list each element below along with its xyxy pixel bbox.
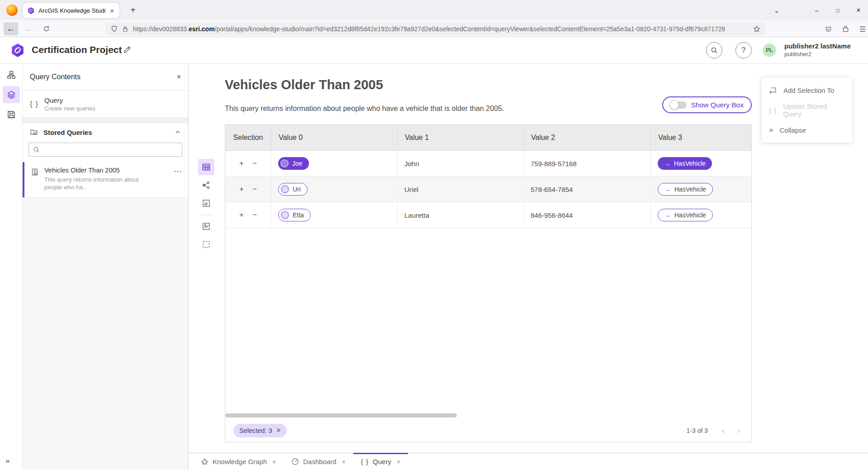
window-close-button[interactable]: × (849, 0, 868, 20)
relationship-label: HasVehicle (674, 211, 706, 219)
toggle-knob (669, 100, 679, 110)
remove-from-selection-button[interactable]: − (252, 185, 257, 194)
firefox-icon[interactable] (6, 5, 18, 16)
chart-view-icon[interactable] (198, 195, 214, 211)
stored-query-text: Vehicles Older Than 2005 This query retu… (44, 167, 149, 191)
tab-label: Dashboard (303, 458, 336, 465)
next-page-icon[interactable]: › (734, 426, 743, 436)
menu-item-update-stored-query[interactable]: { } Update Stored Query (762, 100, 852, 120)
minimize-button[interactable]: – (808, 0, 826, 20)
help-button[interactable]: ? (735, 42, 752, 58)
contents-layers-icon[interactable] (3, 86, 20, 103)
panel-top: Query Contents × { } Query Create new qu… (23, 64, 188, 198)
scrollbar-thumb[interactable] (225, 413, 457, 417)
toggle-switch[interactable] (670, 101, 687, 109)
view-toolbar (197, 157, 215, 254)
stored-queries-header[interactable]: Stored Queries (23, 123, 188, 141)
collapse-section-icon[interactable] (175, 129, 181, 135)
tab-knowledge-graph[interactable]: Knowledge Graph × (193, 453, 284, 470)
panel-header: Query Contents × (23, 64, 188, 91)
tab-close-icon[interactable]: × (272, 458, 276, 465)
horizontal-scrollbar[interactable] (225, 412, 751, 419)
show-query-box-toggle[interactable]: Show Query Box (662, 96, 752, 113)
add-to-selection-button[interactable]: + (239, 211, 244, 220)
link-chart-icon[interactable] (198, 177, 214, 193)
tab-label: Knowledge Graph (213, 458, 267, 465)
stored-search-row (23, 141, 188, 162)
stored-query-item[interactable]: Vehicles Older Than 2005 This query retu… (23, 162, 188, 197)
url-text[interactable]: https://dev0028833.esri.com/portal/apps/… (133, 25, 749, 33)
maximize-button[interactable]: □ (829, 0, 847, 20)
search-button[interactable] (706, 42, 722, 58)
pocket-icon[interactable] (821, 23, 835, 35)
back-button[interactable]: ← (4, 22, 18, 35)
list-tabs-icon[interactable]: ⌄ (769, 0, 784, 20)
stored-queries-search-input[interactable] (28, 143, 182, 157)
query-item-text: Query Create new queries (44, 96, 95, 112)
forward-button[interactable]: → (21, 22, 35, 35)
reload-button[interactable] (39, 22, 53, 35)
remove-from-selection-button[interactable]: − (252, 159, 257, 168)
save-icon[interactable] (3, 106, 20, 123)
previous-page-icon[interactable]: ‹ (719, 426, 728, 436)
relationship-pill[interactable]: →HasVehicle (658, 209, 713, 221)
entity-pill[interactable]: Etta (278, 209, 311, 221)
tab-close-icon[interactable]: × (397, 458, 400, 465)
tab-dashboard[interactable]: Dashboard × (284, 453, 353, 470)
user-avatar[interactable]: PL (763, 43, 776, 57)
table-row[interactable]: + − Uri Uriel 578-654-7854 →HasVehicle (225, 177, 751, 202)
menu-item-add-selection-to[interactable]: Add Selection To (762, 80, 852, 100)
menu-item-collapse[interactable]: » Collapse (762, 120, 852, 140)
browser-tab[interactable]: ArcGIS Knowledge Studio × (23, 3, 119, 18)
tab-query[interactable]: { } Query × (353, 453, 408, 470)
data-model-icon[interactable] (3, 66, 20, 83)
extensions-icon[interactable] (839, 23, 852, 35)
query-contents-panel: Query Contents × { } Query Create new qu… (23, 64, 189, 470)
url-bar[interactable]: https://dev0028833.esri.com/portal/apps/… (105, 22, 766, 35)
clear-selection-icon[interactable]: ✕ (276, 427, 281, 434)
add-to-selection-button[interactable]: + (239, 185, 244, 194)
entity-pill[interactable]: Uri (278, 183, 308, 196)
remove-from-selection-button[interactable]: − (252, 211, 257, 220)
tab-close-icon[interactable]: × (342, 458, 346, 465)
lock-icon[interactable] (122, 26, 128, 32)
relationship-pill[interactable]: →HasVehicle (658, 157, 712, 170)
stored-query-description: This query returns information about peo… (44, 176, 149, 191)
panel-close-icon[interactable]: × (177, 73, 181, 81)
new-tab-button[interactable]: + (127, 4, 139, 17)
column-header-value2: Value 2 (524, 125, 651, 150)
table-row[interactable]: + − Etta Lauretta 846-956-8644 →HasVehic… (225, 202, 751, 228)
query-actions-menu: Add Selection To { } Update Stored Query… (762, 77, 852, 143)
add-to-selection-button[interactable]: + (239, 159, 244, 168)
browser-titlebar: ArcGIS Knowledge Studio × + ⌄ – □ × (0, 0, 868, 20)
content-tabbar: Knowledge Graph × Dashboard × { } Query … (189, 453, 868, 470)
selection-tool-icon[interactable] (198, 236, 214, 253)
column-header-value1: Value 1 (398, 125, 524, 150)
relationship-pill[interactable]: →HasVehicle (658, 183, 713, 196)
tab-title: ArcGIS Knowledge Studio (38, 7, 105, 14)
tab-close-icon[interactable]: × (109, 7, 115, 14)
edit-title-icon[interactable] (123, 46, 131, 54)
selected-count-chip[interactable]: Selected: 3 ✕ (233, 424, 287, 437)
project-title: Certification Project (32, 44, 122, 55)
url-prefix: https://dev0028833. (133, 25, 189, 33)
tab-label: Query (373, 458, 391, 465)
relationship-label: HasVehicle (674, 186, 706, 193)
tracking-shield-icon[interactable] (111, 25, 118, 32)
map-view-icon[interactable] (198, 218, 214, 235)
query-list-item[interactable]: { } Query Create new queries (23, 91, 188, 118)
query-item-subtitle: Create new queries (44, 105, 95, 112)
query-viewer: Vehicles Older Than 2005 This query retu… (189, 64, 868, 453)
menu-icon[interactable]: ☰ (856, 23, 868, 35)
expand-rail-icon[interactable]: » (5, 456, 9, 465)
entity-pill[interactable]: Joe (278, 157, 309, 170)
user-info[interactable]: publisher2 lastName publisher2 (784, 42, 851, 58)
stored-query-options-icon[interactable]: ⋯ (174, 167, 182, 176)
stored-query-doc-icon (31, 168, 39, 191)
bookmark-star-icon[interactable] (753, 25, 760, 33)
relationship-arrow-icon: → (664, 160, 670, 167)
menu-item-label: Collapse (779, 126, 806, 134)
table-view-icon[interactable] (198, 159, 214, 175)
table-row[interactable]: + − Joe John 759-889-57168 →HasVehicle (225, 151, 751, 177)
panel-title: Query Contents (30, 73, 81, 81)
